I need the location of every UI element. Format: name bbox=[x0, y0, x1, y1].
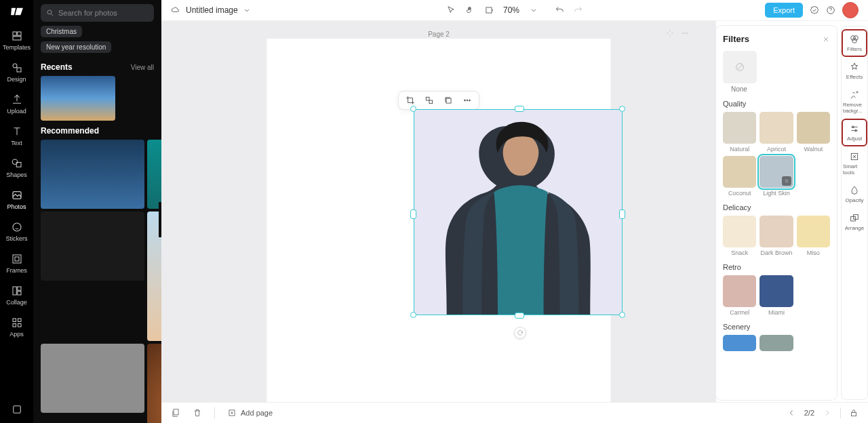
filter-snack[interactable]: Snack bbox=[723, 216, 756, 256]
add-page-button[interactable]: Add page bbox=[227, 408, 273, 418]
chip-christmas[interactable]: Christmas bbox=[41, 26, 82, 37]
chevron-down-icon[interactable] bbox=[529, 5, 538, 15]
resize-handle-mt[interactable] bbox=[515, 106, 524, 112]
resize-handle-tl[interactable] bbox=[410, 106, 416, 112]
rail-label: Collage bbox=[6, 299, 27, 306]
rail-label: Templates bbox=[3, 44, 31, 51]
filter-miso[interactable]: Miso bbox=[797, 216, 830, 256]
section-recents-head: Recents View all bbox=[33, 57, 161, 76]
next-page-button[interactable] bbox=[823, 408, 832, 418]
prev-page-button[interactable] bbox=[787, 408, 796, 418]
filter-scenery-2[interactable] bbox=[760, 335, 793, 351]
reco-thumb[interactable] bbox=[147, 140, 161, 209]
selected-image[interactable] bbox=[414, 109, 623, 315]
rr-filters[interactable]: Filters bbox=[843, 31, 866, 56]
rail-label: Shapes bbox=[6, 172, 27, 178]
svg-rect-25 bbox=[426, 97, 429, 100]
rr-remove-bg[interactable]: Remove backgr... bbox=[843, 86, 866, 117]
rr-arrange[interactable]: Arrange bbox=[843, 209, 866, 235]
rail-label: Design bbox=[7, 76, 26, 83]
export-button[interactable]: Export bbox=[765, 3, 803, 18]
chip-new-year[interactable]: New year resolution bbox=[41, 41, 111, 53]
filter-none[interactable] bbox=[723, 51, 757, 83]
search-placeholder: Search for photos bbox=[58, 9, 117, 17]
rail-design[interactable]: Design bbox=[0, 56, 33, 88]
pointer-tool[interactable] bbox=[446, 5, 456, 15]
filter-scenery-1[interactable] bbox=[723, 335, 756, 351]
rail-frames[interactable]: Frames bbox=[0, 247, 33, 279]
group-button[interactable] bbox=[425, 96, 434, 105]
svg-rect-27 bbox=[446, 98, 451, 103]
undo-button[interactable] bbox=[555, 5, 564, 15]
user-avatar[interactable] bbox=[842, 2, 859, 18]
duplicate-button[interactable] bbox=[443, 96, 453, 105]
filter-carmel[interactable]: Carmel bbox=[723, 275, 756, 316]
filter-dark-brown[interactable]: Dark Brown bbox=[760, 216, 793, 256]
rr-effects[interactable]: Effects bbox=[843, 58, 866, 83]
reco-thumb[interactable] bbox=[41, 344, 144, 413]
resize-handle-tr[interactable] bbox=[619, 106, 625, 112]
svg-rect-26 bbox=[429, 100, 433, 104]
cloud-icon[interactable] bbox=[171, 5, 180, 15]
canvas-area[interactable]: Page 2 bbox=[161, 21, 716, 402]
resize-handle-ml[interactable] bbox=[410, 209, 416, 219]
lock-button[interactable] bbox=[849, 408, 859, 418]
rail-collage[interactable]: Collage bbox=[0, 279, 33, 311]
recents-view-all[interactable]: View all bbox=[131, 64, 154, 71]
filter-coconut[interactable]: Coconut bbox=[723, 156, 756, 197]
close-icon[interactable] bbox=[822, 35, 830, 43]
reco-thumb[interactable] bbox=[147, 344, 161, 423]
resize-tool[interactable] bbox=[484, 5, 494, 15]
rail-templates[interactable]: Templates bbox=[0, 24, 33, 56]
filter-natural[interactable]: Natural bbox=[723, 112, 756, 153]
delete-page-button[interactable] bbox=[193, 408, 202, 418]
rail-apps[interactable]: Apps bbox=[0, 311, 33, 343]
page-more-icon[interactable] bbox=[681, 29, 689, 37]
zoom-level[interactable]: 70% bbox=[503, 5, 519, 15]
section-reco-head: Recommended bbox=[33, 121, 161, 140]
rotate-handle[interactable] bbox=[514, 327, 526, 339]
crop-button[interactable] bbox=[406, 96, 415, 105]
svg-rect-34 bbox=[852, 412, 856, 416]
app-logo[interactable] bbox=[8, 5, 26, 18]
help-icon[interactable] bbox=[826, 5, 835, 15]
page-indicator: 2/2 bbox=[804, 409, 814, 417]
search-input[interactable]: Search for photos bbox=[41, 4, 154, 22]
filter-apricot[interactable]: Apricot bbox=[760, 112, 793, 153]
rr-smart-tools[interactable]: Smart tools bbox=[843, 148, 866, 179]
svg-rect-2 bbox=[13, 37, 21, 40]
rr-opacity[interactable]: Opacity bbox=[843, 182, 866, 207]
filter-miami[interactable]: Miami bbox=[760, 275, 793, 316]
more-button[interactable] bbox=[462, 96, 472, 105]
svg-rect-11 bbox=[13, 287, 16, 295]
rr-adjust[interactable]: Adjust bbox=[843, 120, 866, 145]
pages-button[interactable] bbox=[171, 408, 180, 418]
svg-point-38 bbox=[852, 39, 857, 43]
rail-label: Apps bbox=[9, 331, 24, 338]
reco-thumb[interactable] bbox=[41, 140, 144, 209]
rail-stickers[interactable]: Stickers bbox=[0, 216, 33, 247]
rail-photos[interactable]: Photos bbox=[0, 184, 33, 216]
recents-thumb[interactable] bbox=[41, 76, 115, 121]
resize-handle-mb[interactable] bbox=[515, 313, 524, 319]
resize-handle-br[interactable] bbox=[619, 312, 625, 318]
filter-walnut[interactable]: Walnut bbox=[797, 112, 830, 153]
rail-text[interactable]: Text bbox=[0, 120, 33, 152]
document-title[interactable]: Untitled image bbox=[186, 5, 252, 15]
check-badge-icon[interactable] bbox=[810, 5, 819, 15]
svg-rect-12 bbox=[17, 287, 20, 290]
divider bbox=[840, 407, 841, 418]
left-rail: Templates Design Upload Text Shapes Phot… bbox=[0, 0, 33, 423]
divider bbox=[214, 407, 215, 418]
rail-shapes[interactable]: Shapes bbox=[0, 152, 33, 184]
reco-thumb[interactable] bbox=[41, 212, 144, 281]
rail-settings-icon[interactable] bbox=[0, 398, 33, 423]
resize-handle-mr[interactable] bbox=[619, 209, 625, 219]
rail-upload[interactable]: Upload bbox=[0, 88, 33, 120]
resize-handle-bl[interactable] bbox=[410, 312, 416, 318]
filter-light-skin[interactable]: Light Skin bbox=[760, 156, 793, 197]
hand-tool[interactable] bbox=[465, 5, 475, 15]
redo-button[interactable] bbox=[574, 5, 583, 15]
reco-title: Recommended bbox=[41, 126, 99, 136]
page-sparkle-icon[interactable] bbox=[666, 29, 674, 37]
